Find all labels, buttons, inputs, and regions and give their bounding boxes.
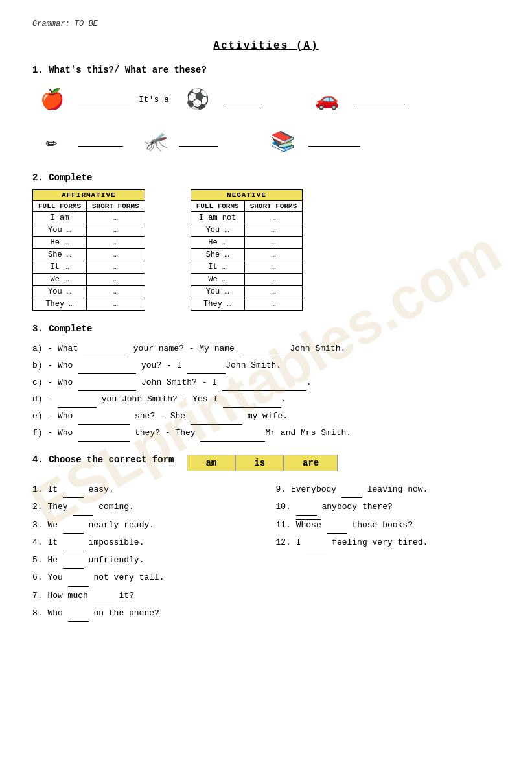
table-row: You … … <box>33 224 145 237</box>
table-row: He … … <box>191 237 303 249</box>
choice-are: are <box>284 455 338 471</box>
aff-row-5-col1: We … <box>33 274 87 286</box>
table-row: He … … <box>33 237 145 249</box>
answer-line-car[interactable] <box>353 95 405 104</box>
aff-row-7-col2: … <box>87 298 145 311</box>
section1: 1. What's this?/ What are these? 🍎 It's … <box>32 65 500 160</box>
table-row: They … … <box>33 298 145 311</box>
list-item: 4. It impossible. <box>32 534 257 551</box>
aff-col2-header: SHORT FORMS <box>87 201 145 212</box>
blank-6[interactable] <box>68 578 89 587</box>
blank-a2[interactable] <box>240 348 285 357</box>
blank-9[interactable] <box>341 489 362 498</box>
neg-row-6-col1: You … <box>191 286 244 298</box>
table-row: She … … <box>191 249 303 261</box>
exercises-cols: 1. It easy. 2. They coming. 3. We nearly… <box>32 480 500 622</box>
neg-col1-header: FULL FORMS <box>191 201 244 212</box>
section4-header: 4. Choose the correct form am is are <box>32 455 500 471</box>
blank-d1[interactable] <box>58 399 97 408</box>
list-item: 10. anybody there? <box>276 498 500 515</box>
images-row-2: ✏️ 🦟 📚 <box>32 124 500 160</box>
list-item: 12. I feeling very tired. <box>276 534 500 551</box>
section3-title: 3. Complete <box>32 324 500 334</box>
section3: 3. Complete a) - What your name? - My na… <box>32 324 500 442</box>
blank-c2[interactable] <box>222 382 306 391</box>
answer-line-apple[interactable] <box>78 95 130 104</box>
section2-title: 2. Complete <box>32 172 500 183</box>
aff-row-6-col1: You … <box>33 286 87 298</box>
soccer-icon: ⚽ <box>178 82 217 117</box>
table-row: I am not … <box>191 212 303 224</box>
answer-line-pencil[interactable] <box>78 137 123 147</box>
list-item: 3. We nearly ready. <box>32 516 257 534</box>
list-item: 1. It easy. <box>32 480 257 498</box>
blank-c1[interactable] <box>78 382 136 391</box>
blank-e1[interactable] <box>78 416 130 425</box>
blank-5[interactable] <box>63 560 84 569</box>
table-row: I am … <box>33 212 145 224</box>
blank-7[interactable] <box>93 595 114 604</box>
list-item: 9. Everybody leaving now. <box>276 480 500 498</box>
blank-d2[interactable] <box>223 399 281 408</box>
section4: 4. Choose the correct form am is are 1. … <box>32 455 500 622</box>
blank-10[interactable] <box>296 507 317 516</box>
exercise-col-left: 1. It easy. 2. They coming. 3. We nearly… <box>32 480 257 622</box>
blank-e2[interactable] <box>191 416 242 425</box>
blank-2[interactable] <box>73 507 93 516</box>
neg-row-4-col1: It … <box>191 261 244 274</box>
answer-line-bug[interactable] <box>179 137 218 147</box>
table-row: You … … <box>191 286 303 298</box>
neg-row-3-col1: She … <box>191 249 244 261</box>
aff-row-0-col1: I am <box>33 212 87 224</box>
blank-b2[interactable] <box>187 365 226 374</box>
blank-1[interactable] <box>63 489 84 498</box>
blank-8[interactable] <box>68 613 89 622</box>
table-row: We … … <box>33 274 145 286</box>
negative-table: NEGATIVE FULL FORMS SHORT FORMS I am not… <box>191 189 303 311</box>
list-item: 2. They coming. <box>32 498 257 515</box>
table-row: It … … <box>33 261 145 274</box>
list-item: 7. How much it? <box>32 587 257 604</box>
blank-3[interactable] <box>63 525 84 534</box>
list-item: 8. Who on the phone? <box>32 604 257 622</box>
list-item: 11. Whose those books? <box>276 516 500 534</box>
neg-row-5-col2: … <box>244 274 303 286</box>
table-row: She … … <box>33 249 145 261</box>
table-row: It … … <box>191 261 303 274</box>
blank-11[interactable] <box>327 525 347 534</box>
complete-line-b: b) - Who you? - I John Smith. <box>32 357 500 374</box>
blank-b1[interactable] <box>78 365 136 374</box>
choice-is: is <box>235 455 284 471</box>
complete-line-d: d) - you John Smith? - Yes I . <box>32 391 500 408</box>
blank-f1[interactable] <box>78 432 130 442</box>
blank-4[interactable] <box>63 542 84 551</box>
negative-header: NEGATIVE <box>191 190 303 201</box>
table-row: They … … <box>191 298 303 311</box>
neg-row-7-col2: … <box>244 298 303 311</box>
answer-line-soccer[interactable] <box>224 95 262 104</box>
section2: 2. Complete AFFIRMATIVE FULL FORMS SHORT… <box>32 172 500 311</box>
neg-row-3-col2: … <box>244 249 303 261</box>
neg-row-1-col2: … <box>244 224 303 237</box>
blank-a1[interactable] <box>83 348 128 357</box>
neg-row-6-col2: … <box>244 286 303 298</box>
complete-line-e: e) - Who she? - She my wife. <box>32 408 500 425</box>
pencil-icon: ✏️ <box>32 124 71 160</box>
blank-12[interactable] <box>306 542 327 551</box>
images-row-1: 🍎 It's a ⚽ 🚗 <box>32 82 500 117</box>
complete-line-c: c) - Who John Smith? - I . <box>32 374 500 391</box>
blank-f2[interactable] <box>200 432 265 442</box>
aff-row-0-col2: … <box>87 212 145 224</box>
answer-line-books[interactable] <box>308 137 360 147</box>
exercise-col-right: 9. Everybody leaving now. 10. anybody th… <box>276 480 500 622</box>
aff-row-3-col2: … <box>87 249 145 261</box>
complete-line-a: a) - What your name? - My name John Smit… <box>32 340 500 357</box>
aff-row-2-col2: … <box>87 237 145 249</box>
bug-icon: 🦟 <box>136 124 175 160</box>
neg-row-0-col1: I am not <box>191 212 244 224</box>
aff-col1-header: FULL FORMS <box>33 201 87 212</box>
page-title: Activities (A) <box>32 40 500 52</box>
form-choices: am is are <box>187 455 338 471</box>
table-row: You … … <box>33 286 145 298</box>
aff-row-2-col1: He … <box>33 237 87 249</box>
